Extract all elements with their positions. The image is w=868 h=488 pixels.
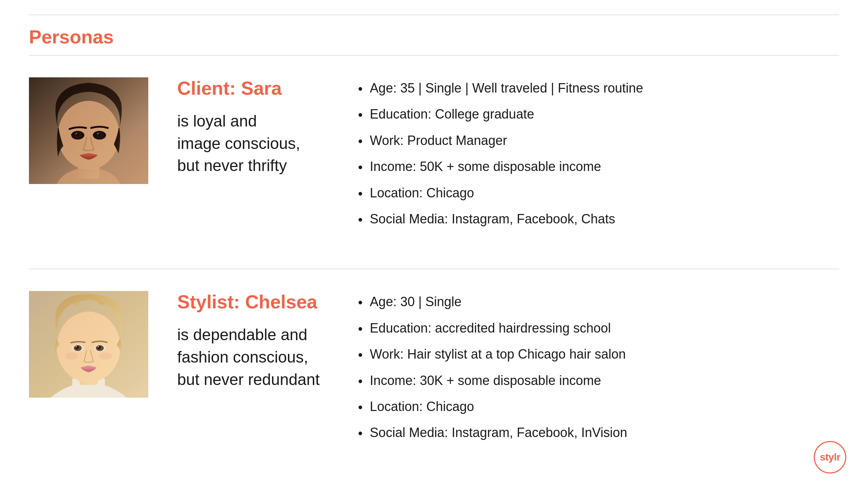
detail-item: • Location: Chicago [358, 184, 839, 203]
bullet-icon: • [358, 80, 363, 98]
detail-item: • Age: 35 | Single | Well traveled | Fit… [358, 79, 839, 98]
page-container: Personas [0, 0, 868, 488]
persona-chelsea: Stylist: Chelsea is dependable and fashi… [29, 291, 839, 468]
persona-middle-chelsea: Stylist: Chelsea is dependable and fashi… [177, 291, 329, 390]
persona-sara: Client: Sara is loyal and image consciou… [29, 77, 839, 254]
detail-item: • Education: accredited hairdressing sch… [358, 319, 839, 338]
detail-item: • Work: Hair stylist at a top Chicago ha… [358, 345, 839, 364]
detail-item: • Social Media: Instagram, Facebook, InV… [358, 424, 839, 442]
persona-image-sara [29, 77, 148, 184]
bullet-icon: • [358, 185, 363, 203]
bullet-icon: • [358, 346, 363, 364]
persona-details-sara: • Age: 35 | Single | Well traveled | Fit… [358, 77, 839, 236]
title-divider [29, 55, 839, 56]
persona-description-sara: is loyal and image conscious, but never … [177, 110, 329, 177]
persona-image-chelsea [29, 291, 148, 398]
svg-point-18 [75, 346, 79, 349]
persona-divider [29, 269, 839, 269]
svg-point-23 [98, 346, 99, 347]
brand-logo-circle: stylr [814, 441, 846, 474]
svg-point-19 [76, 346, 77, 347]
bullet-icon: • [358, 132, 363, 150]
bullet-icon: • [358, 372, 363, 390]
top-divider [29, 14, 839, 15]
persona-name-sara: Client: Sara [177, 77, 329, 99]
detail-item: • Age: 30 | Single [358, 293, 839, 312]
persona-middle-sara: Client: Sara is loyal and image consciou… [177, 77, 329, 177]
bullet-icon: • [358, 158, 363, 176]
brand-logo: stylr [814, 441, 846, 474]
detail-item: • Income: 50K + some disposable income [358, 158, 839, 176]
bullet-icon: • [358, 294, 363, 312]
detail-item: • Income: 30K + some disposable income [358, 372, 839, 390]
bullet-icon: • [358, 211, 363, 229]
svg-point-24 [65, 352, 78, 360]
bullet-icon: • [358, 106, 363, 124]
svg-point-25 [99, 352, 112, 360]
bullet-icon: • [358, 424, 363, 442]
detail-item: • Location: Chicago [358, 398, 839, 416]
persona-name-chelsea: Stylist: Chelsea [177, 291, 329, 313]
persona-details-chelsea: • Age: 30 | Single • Education: accredit… [358, 291, 839, 450]
bullet-icon: • [358, 398, 363, 416]
persona-description-chelsea: is dependable and fashion conscious, but… [177, 324, 329, 390]
svg-point-22 [97, 346, 101, 349]
page-title: Personas [29, 26, 839, 48]
detail-item: • Social Media: Instagram, Facebook, Cha… [358, 210, 839, 229]
detail-item: • Work: Product Manager [358, 132, 839, 150]
detail-item: • Education: College graduate [358, 105, 839, 124]
bullet-icon: • [358, 320, 363, 338]
